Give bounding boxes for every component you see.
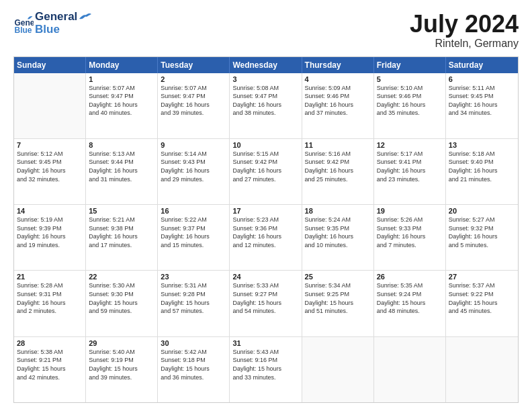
calendar: Sunday Monday Tuesday Wednesday Thursday… <box>13 56 519 403</box>
day-info: Sunrise: 5:37 AM Sunset: 9:22 PM Dayligh… <box>449 281 515 315</box>
day-number: 14 <box>17 207 83 215</box>
col-wednesday: Wednesday <box>230 57 302 73</box>
day-info: Sunrise: 5:13 AM Sunset: 9:44 PM Dayligh… <box>89 150 154 183</box>
day-number: 28 <box>17 339 83 347</box>
logo-blue: Blue <box>35 24 93 36</box>
day-number: 10 <box>232 141 298 149</box>
calendar-cell-1-2: 9Sunrise: 5:14 AM Sunset: 9:43 PM Daylig… <box>158 139 230 204</box>
header: General Blue General Blue July 2024 <box>13 11 519 50</box>
col-friday: Friday <box>374 57 446 73</box>
day-info: Sunrise: 5:24 AM Sunset: 9:35 PM Dayligh… <box>305 216 371 249</box>
calendar-cell-4-6 <box>446 337 518 402</box>
calendar-cell-3-3: 24Sunrise: 5:33 AM Sunset: 9:27 PM Dayli… <box>230 271 302 336</box>
calendar-cell-0-6: 6Sunrise: 5:11 AM Sunset: 9:45 PM Daylig… <box>446 73 518 138</box>
day-number: 3 <box>232 75 298 83</box>
calendar-cell-4-4 <box>302 337 374 402</box>
day-number: 29 <box>89 339 154 347</box>
logo-icon: General Blue <box>13 13 34 34</box>
page: General Blue General Blue July 2024 <box>0 0 532 411</box>
calendar-cell-0-5: 5Sunrise: 5:10 AM Sunset: 9:46 PM Daylig… <box>374 73 446 138</box>
day-info: Sunrise: 5:16 AM Sunset: 9:42 PM Dayligh… <box>305 150 371 183</box>
day-info: Sunrise: 5:17 AM Sunset: 9:41 PM Dayligh… <box>377 150 443 183</box>
day-number: 13 <box>449 141 515 149</box>
day-number: 7 <box>17 141 83 149</box>
day-info: Sunrise: 5:07 AM Sunset: 9:47 PM Dayligh… <box>89 84 154 118</box>
day-number: 2 <box>161 75 226 83</box>
calendar-cell-0-2: 2Sunrise: 5:07 AM Sunset: 9:47 PM Daylig… <box>158 73 230 138</box>
calendar-cell-3-0: 21Sunrise: 5:28 AM Sunset: 9:31 PM Dayli… <box>14 271 86 336</box>
day-number: 22 <box>89 273 154 281</box>
day-info: Sunrise: 5:23 AM Sunset: 9:36 PM Dayligh… <box>232 216 298 249</box>
calendar-header: Sunday Monday Tuesday Wednesday Thursday… <box>14 57 518 73</box>
calendar-cell-2-4: 18Sunrise: 5:24 AM Sunset: 9:35 PM Dayli… <box>302 205 374 270</box>
day-number: 16 <box>161 207 226 215</box>
svg-text:Blue: Blue <box>15 25 32 34</box>
day-info: Sunrise: 5:07 AM Sunset: 9:47 PM Dayligh… <box>161 84 226 118</box>
calendar-row-4: 28Sunrise: 5:38 AM Sunset: 9:21 PM Dayli… <box>14 337 518 402</box>
col-sunday: Sunday <box>14 57 86 73</box>
day-info: Sunrise: 5:22 AM Sunset: 9:37 PM Dayligh… <box>161 216 226 249</box>
day-info: Sunrise: 5:38 AM Sunset: 9:21 PM Dayligh… <box>17 348 83 381</box>
day-info: Sunrise: 5:09 AM Sunset: 9:46 PM Dayligh… <box>305 84 371 118</box>
calendar-cell-2-1: 15Sunrise: 5:21 AM Sunset: 9:38 PM Dayli… <box>86 205 158 270</box>
day-number: 1 <box>89 75 154 83</box>
day-info: Sunrise: 5:35 AM Sunset: 9:24 PM Dayligh… <box>377 281 443 315</box>
day-number: 30 <box>161 339 226 347</box>
calendar-row-0: 1Sunrise: 5:07 AM Sunset: 9:47 PM Daylig… <box>14 73 518 139</box>
logo: General Blue General Blue <box>13 11 93 36</box>
calendar-cell-2-2: 16Sunrise: 5:22 AM Sunset: 9:37 PM Dayli… <box>158 205 230 270</box>
day-number: 9 <box>161 141 226 149</box>
day-info: Sunrise: 5:12 AM Sunset: 9:45 PM Dayligh… <box>17 150 83 183</box>
calendar-cell-1-4: 11Sunrise: 5:16 AM Sunset: 9:42 PM Dayli… <box>302 139 374 204</box>
calendar-cell-0-4: 4Sunrise: 5:09 AM Sunset: 9:46 PM Daylig… <box>302 73 374 138</box>
day-info: Sunrise: 5:31 AM Sunset: 9:28 PM Dayligh… <box>161 281 226 315</box>
bird-icon <box>78 12 93 21</box>
day-number: 15 <box>89 207 154 215</box>
day-number: 25 <box>305 273 371 281</box>
calendar-cell-0-3: 3Sunrise: 5:08 AM Sunset: 9:47 PM Daylig… <box>230 73 302 138</box>
day-number: 12 <box>377 141 443 149</box>
day-info: Sunrise: 5:27 AM Sunset: 9:32 PM Dayligh… <box>449 216 515 249</box>
col-thursday: Thursday <box>302 57 374 73</box>
calendar-subtitle: Rinteln, Germany <box>410 38 519 50</box>
calendar-cell-2-3: 17Sunrise: 5:23 AM Sunset: 9:36 PM Dayli… <box>230 205 302 270</box>
day-info: Sunrise: 5:19 AM Sunset: 9:39 PM Dayligh… <box>17 216 83 249</box>
calendar-cell-1-0: 7Sunrise: 5:12 AM Sunset: 9:45 PM Daylig… <box>14 139 86 204</box>
calendar-cell-3-4: 25Sunrise: 5:34 AM Sunset: 9:25 PM Dayli… <box>302 271 374 336</box>
day-number: 24 <box>232 273 298 281</box>
day-info: Sunrise: 5:33 AM Sunset: 9:27 PM Dayligh… <box>232 281 298 315</box>
day-info: Sunrise: 5:26 AM Sunset: 9:33 PM Dayligh… <box>377 216 443 249</box>
day-info: Sunrise: 5:15 AM Sunset: 9:42 PM Dayligh… <box>232 150 298 183</box>
calendar-cell-1-6: 13Sunrise: 5:18 AM Sunset: 9:40 PM Dayli… <box>446 139 518 204</box>
day-info: Sunrise: 5:11 AM Sunset: 9:45 PM Dayligh… <box>449 84 515 118</box>
day-number: 20 <box>449 207 515 215</box>
day-info: Sunrise: 5:28 AM Sunset: 9:31 PM Dayligh… <box>17 281 83 315</box>
day-info: Sunrise: 5:34 AM Sunset: 9:25 PM Dayligh… <box>305 281 371 315</box>
calendar-cell-3-2: 23Sunrise: 5:31 AM Sunset: 9:28 PM Dayli… <box>158 271 230 336</box>
day-number: 11 <box>305 141 371 149</box>
calendar-cell-0-1: 1Sunrise: 5:07 AM Sunset: 9:47 PM Daylig… <box>86 73 158 138</box>
title-block: July 2024 Rinteln, Germany <box>410 11 519 50</box>
day-info: Sunrise: 5:30 AM Sunset: 9:30 PM Dayligh… <box>89 281 154 315</box>
day-info: Sunrise: 5:08 AM Sunset: 9:47 PM Dayligh… <box>232 84 298 118</box>
calendar-cell-4-5 <box>374 337 446 402</box>
calendar-cell-4-3: 31Sunrise: 5:43 AM Sunset: 9:16 PM Dayli… <box>230 337 302 402</box>
calendar-row-2: 14Sunrise: 5:19 AM Sunset: 9:39 PM Dayli… <box>14 205 518 271</box>
calendar-cell-1-5: 12Sunrise: 5:17 AM Sunset: 9:41 PM Dayli… <box>374 139 446 204</box>
day-number: 19 <box>377 207 443 215</box>
calendar-cell-3-6: 27Sunrise: 5:37 AM Sunset: 9:22 PM Dayli… <box>446 271 518 336</box>
col-tuesday: Tuesday <box>158 57 230 73</box>
calendar-cell-4-0: 28Sunrise: 5:38 AM Sunset: 9:21 PM Dayli… <box>14 337 86 402</box>
logo-general: General <box>35 11 77 24</box>
day-number: 26 <box>377 273 443 281</box>
day-info: Sunrise: 5:40 AM Sunset: 9:19 PM Dayligh… <box>89 348 154 381</box>
calendar-cell-0-0 <box>14 73 86 138</box>
day-info: Sunrise: 5:43 AM Sunset: 9:16 PM Dayligh… <box>232 348 298 381</box>
day-info: Sunrise: 5:10 AM Sunset: 9:46 PM Dayligh… <box>377 84 443 118</box>
calendar-title: July 2024 <box>410 11 519 38</box>
calendar-cell-4-1: 29Sunrise: 5:40 AM Sunset: 9:19 PM Dayli… <box>86 337 158 402</box>
day-number: 6 <box>449 75 515 83</box>
day-number: 21 <box>17 273 83 281</box>
day-number: 18 <box>305 207 371 215</box>
calendar-cell-1-1: 8Sunrise: 5:13 AM Sunset: 9:44 PM Daylig… <box>86 139 158 204</box>
